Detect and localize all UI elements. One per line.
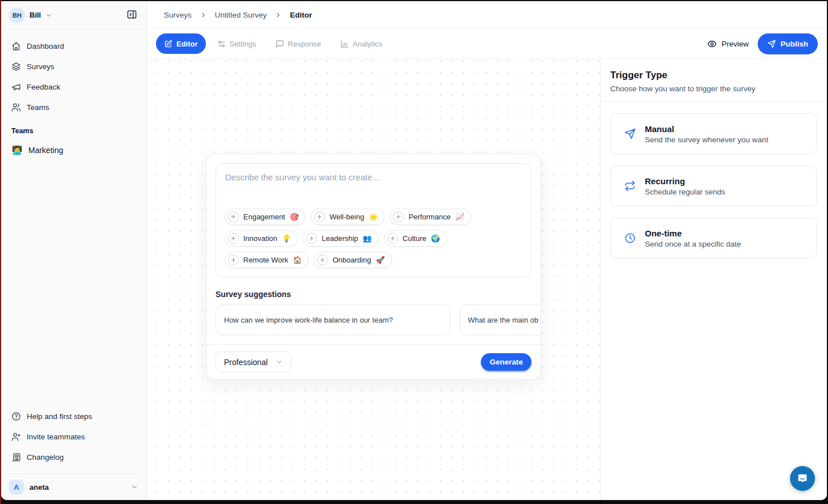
topic-chip-performance[interactable]: Performance 📈 bbox=[390, 209, 471, 225]
sidebar-item-teams[interactable]: Teams bbox=[7, 98, 141, 117]
star-emoji-icon: 🌟 bbox=[369, 213, 378, 221]
sidebar-item-label: Surveys bbox=[27, 62, 54, 71]
tone-select[interactable]: Professional bbox=[216, 351, 292, 372]
tab-label: Editor bbox=[176, 40, 198, 48]
trigger-option-manual[interactable]: Manual Send the survey whenever you want bbox=[610, 113, 817, 154]
trigger-option-recurring[interactable]: Recurring Schedule regular sends bbox=[610, 166, 817, 206]
busts-emoji-icon: 👥 bbox=[363, 234, 372, 243]
sidebar-nav: Dashboard Surveys Feedback Teams bbox=[1, 29, 146, 160]
chevron-down-icon bbox=[130, 483, 138, 491]
chip-label: Onboarding bbox=[332, 256, 371, 264]
newspaper-icon bbox=[11, 452, 21, 462]
layers-icon bbox=[11, 62, 21, 71]
content-area: Engagement 🎯 Well-being 🌟 Performance bbox=[147, 59, 827, 500]
sidebar-item-label: Feedback bbox=[27, 83, 60, 91]
suggestion-card[interactable]: How can we improve work-life balance in … bbox=[216, 304, 450, 335]
chart-emoji-icon: 📈 bbox=[455, 213, 464, 221]
panel-subtitle: Choose how you want to trigger the surve… bbox=[610, 84, 817, 93]
house-emoji-icon: 🏠 bbox=[293, 256, 302, 264]
account-menu[interactable]: A aneta bbox=[1, 474, 146, 500]
toolbar: Editor Settings Response Analytics bbox=[147, 29, 827, 59]
sliders-icon bbox=[217, 40, 226, 48]
survey-composer-card: Engagement 🎯 Well-being 🌟 Performance bbox=[206, 154, 541, 380]
chip-label: Engagement bbox=[243, 213, 285, 221]
repeat-icon bbox=[624, 180, 636, 192]
sidebar-item-dashboard[interactable]: Dashboard bbox=[7, 36, 141, 56]
sidebar-item-help[interactable]: Help and first steps bbox=[7, 406, 141, 426]
tab-label: Response bbox=[288, 40, 322, 48]
trigger-option-one-time[interactable]: One-time Send once at a specific date bbox=[610, 218, 817, 259]
suggestions-title: Survey suggestions bbox=[206, 286, 540, 304]
bar-chart-icon bbox=[340, 40, 349, 48]
tab-analytics[interactable]: Analytics bbox=[332, 33, 390, 54]
sidebar-item-surveys[interactable]: Surveys bbox=[7, 57, 141, 76]
suggestion-card[interactable]: What are the main ob bbox=[459, 304, 540, 335]
sidebar-item-feedback[interactable]: Feedback bbox=[7, 77, 141, 96]
suggestions-row: How can we improve work-life balance in … bbox=[206, 304, 540, 335]
chip-label: Performance bbox=[408, 213, 450, 221]
plus-circle-icon bbox=[314, 211, 325, 222]
topic-chip-leadership[interactable]: Leadership 👥 bbox=[303, 230, 379, 247]
technologist-emoji-icon: 🧑‍💻 bbox=[11, 145, 23, 155]
chat-launcher-button[interactable] bbox=[790, 466, 815, 491]
breadcrumb-surveys[interactable]: Surveys bbox=[164, 11, 192, 19]
topic-chips: Engagement 🎯 Well-being 🌟 Performance bbox=[216, 209, 531, 277]
panel-right-icon bbox=[126, 9, 137, 22]
option-title: One-time bbox=[645, 228, 741, 238]
tab-editor[interactable]: Editor bbox=[156, 33, 206, 54]
topic-chip-innovation[interactable]: Innovation 💡 bbox=[225, 230, 298, 247]
panel-title: Trigger Type bbox=[610, 70, 817, 81]
users-icon bbox=[11, 103, 21, 112]
sidebar-toggle-button[interactable] bbox=[124, 7, 140, 23]
workspace-switcher[interactable]: BH Bill bbox=[1, 1, 146, 29]
pencil-square-icon bbox=[164, 40, 172, 48]
eye-icon bbox=[707, 39, 717, 49]
composer-footer: Professional Generate bbox=[206, 345, 540, 379]
trigger-panel-header: Trigger Type Choose how you want to trig… bbox=[601, 59, 827, 102]
plus-circle-icon bbox=[387, 233, 398, 244]
option-description: Send once at a specific date bbox=[645, 240, 741, 248]
tab-label: Settings bbox=[230, 40, 256, 48]
generate-button[interactable]: Generate bbox=[481, 353, 531, 371]
topic-chip-engagement[interactable]: Engagement 🎯 bbox=[225, 209, 306, 225]
topic-chip-remote-work[interactable]: Remote Work 🏠 bbox=[225, 252, 309, 268]
plus-circle-icon bbox=[393, 211, 404, 222]
tab-settings[interactable]: Settings bbox=[209, 33, 264, 54]
user-plus-icon bbox=[11, 432, 21, 442]
sidebar-item-invite[interactable]: Invite teammates bbox=[7, 427, 141, 446]
sidebar-item-changelog[interactable]: Changelog bbox=[7, 447, 141, 467]
sidebar-item-team-marketing[interactable]: 🧑‍💻 Marketing bbox=[7, 141, 141, 160]
chip-label: Well-being bbox=[329, 213, 364, 221]
preview-button[interactable]: Preview bbox=[707, 39, 749, 49]
tab-response[interactable]: Response bbox=[268, 33, 329, 54]
sidebar-item-label: Help and first steps bbox=[27, 412, 92, 421]
trigger-type-panel: Trigger Type Choose how you want to trig… bbox=[600, 59, 827, 500]
team-name: Marketing bbox=[28, 146, 63, 155]
home-icon bbox=[11, 41, 21, 51]
chevron-right-icon bbox=[200, 11, 207, 19]
teams-section-label: Teams bbox=[7, 118, 141, 139]
bulb-emoji-icon: 💡 bbox=[282, 234, 291, 243]
option-description: Schedule regular sends bbox=[645, 188, 725, 196]
topic-chip-well-being[interactable]: Well-being 🌟 bbox=[311, 209, 385, 225]
publish-button[interactable]: Publish bbox=[758, 33, 818, 54]
trigger-options: Manual Send the survey whenever you want… bbox=[601, 102, 827, 270]
tab-label: Analytics bbox=[353, 40, 382, 48]
chat-bubble-icon bbox=[796, 472, 809, 485]
send-icon bbox=[624, 128, 636, 139]
help-circle-icon bbox=[11, 412, 21, 421]
option-title: Manual bbox=[645, 124, 768, 134]
topic-chip-onboarding[interactable]: Onboarding 🚀 bbox=[314, 252, 391, 268]
survey-description-input[interactable] bbox=[216, 164, 531, 209]
breadcrumb-untitled-survey[interactable]: Untitled Survey bbox=[215, 11, 267, 19]
app-window: BH Bill Dashboard Surv bbox=[1, 1, 827, 500]
dart-emoji-icon: 🎯 bbox=[290, 213, 299, 221]
globe-emoji-icon: 🌍 bbox=[431, 234, 440, 243]
breadcrumb: Surveys Untitled Survey Editor bbox=[147, 1, 827, 29]
publish-label: Publish bbox=[780, 40, 808, 48]
chevron-down-icon bbox=[45, 12, 52, 19]
topic-chip-culture[interactable]: Culture 🌍 bbox=[384, 230, 447, 247]
editor-canvas[interactable]: Engagement 🎯 Well-being 🌟 Performance bbox=[147, 59, 600, 500]
send-icon bbox=[767, 40, 776, 48]
chevron-down-icon bbox=[276, 358, 283, 366]
